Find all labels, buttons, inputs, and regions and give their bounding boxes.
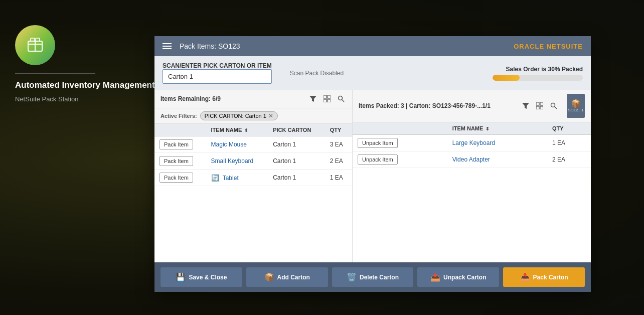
pack-icon: 📥 <box>520 272 530 282</box>
pack-btn-cell-3: Pack Item <box>154 170 206 186</box>
table-row: Unpack Item Large Keyboard 1 EA <box>353 135 591 151</box>
qty-cell-1: 3 EA <box>325 136 352 153</box>
table-row: Pack Item Magic Mouse Carton 1 3 EA <box>154 136 352 153</box>
svg-marker-5 <box>309 96 316 102</box>
item-link-small-keyboard[interactable]: Small Keyboard <box>211 158 254 165</box>
filter-icon-right[interactable] <box>521 101 531 111</box>
packed-item-name-cell-2: Video Adapter <box>447 151 547 168</box>
progress-area: Sales Order is 30% Packed <box>493 66 583 81</box>
unpack-carton-label: Unpack Carton <box>443 274 486 281</box>
add-carton-label: Add Carton <box>277 274 310 281</box>
carton-thumb-label: SO12...1 <box>568 108 584 113</box>
item-link-tablet[interactable]: Tablet <box>223 175 239 182</box>
search-icon-left[interactable] <box>336 94 346 104</box>
col-item-name-right: ITEM NAME ⇕ <box>447 122 547 135</box>
col-qty-left: QTY <box>325 124 352 136</box>
tablet-icon: 🔄 <box>211 174 219 182</box>
unpack-item-button-1[interactable]: Unpack Item <box>358 138 398 148</box>
progress-label: Sales Order is 30% Packed <box>493 66 583 73</box>
right-table-scroll: ITEM NAME ⇕ QTY Unpack Item Large Keyboa… <box>353 122 591 262</box>
svg-point-17 <box>551 103 555 107</box>
packed-item-name-cell-1: Large Keyboard <box>447 135 547 151</box>
svg-rect-15 <box>536 106 539 109</box>
packed-qty-cell-1: 1 EA <box>547 135 591 151</box>
packed-qty-cell-2: 2 EA <box>547 151 591 168</box>
pick-carton-cell-3: Carton 1 <box>268 170 325 186</box>
filter-tag-text: PICK CARTON: Carton 1 <box>205 113 266 119</box>
content-area: Items Remaining: 6/9 Active <box>154 90 591 262</box>
svg-marker-12 <box>522 103 529 109</box>
search-icon-right[interactable] <box>549 101 559 111</box>
svg-rect-7 <box>328 95 331 98</box>
item-name-cell-3: 🔄 Tablet <box>206 170 268 186</box>
col-qty-right: QTY <box>547 122 591 135</box>
delete-carton-label: Delete Carton <box>360 274 399 281</box>
pack-carton-button[interactable]: 📥 Pack Carton <box>503 267 585 287</box>
left-table-scroll: ITEM NAME ⇕ PICK CARTON QTY Pack Item Ma… <box>154 124 352 262</box>
add-carton-button[interactable]: 📦 Add Carton <box>246 267 328 287</box>
svg-line-11 <box>342 100 345 102</box>
unpack-btn-cell-1: Unpack Item <box>353 135 447 151</box>
svg-rect-14 <box>540 102 543 105</box>
unpack-carton-button[interactable]: 📤 Unpack Carton <box>417 267 499 287</box>
active-filters-bar: Active Filters: PICK CARTON: Carton 1 ✕ <box>154 108 352 124</box>
filter-tag: PICK CARTON: Carton 1 ✕ <box>200 111 278 120</box>
table-row: Unpack Item Video Adapter 2 EA <box>353 151 591 168</box>
app-subtitle: NetSuite Pack Station <box>15 95 155 104</box>
delete-carton-button[interactable]: 🗑️ Delete Carton <box>332 267 414 287</box>
col-pick-carton: PICK CARTON <box>268 124 325 136</box>
sidebar: Automated Inventory Management NetSuite … <box>15 25 155 104</box>
col-item-name-left: ITEM NAME ⇕ <box>206 124 268 136</box>
logo-divider <box>15 73 95 74</box>
unpack-item-button-2[interactable]: Unpack Item <box>358 154 398 165</box>
grid-icon[interactable] <box>322 94 332 104</box>
left-panel-title: Items Remaining: 6/9 <box>160 95 304 102</box>
save-close-button[interactable]: 💾 Save & Close <box>160 267 242 287</box>
filter-tag-close[interactable]: ✕ <box>268 113 273 119</box>
modal-title: Pack Items: SO123 <box>180 42 506 50</box>
item-link-large-keyboard[interactable]: Large Keyboard <box>452 139 495 146</box>
progress-bar-background <box>493 75 583 81</box>
pick-carton-cell-1: Carton 1 <box>268 136 325 153</box>
netsuite-text: NETSUITE <box>547 43 583 50</box>
svg-rect-6 <box>324 95 327 98</box>
left-panel-toolbar: Items Remaining: 6/9 <box>154 90 352 108</box>
save-icon: 💾 <box>176 272 186 282</box>
unpack-icon: 📤 <box>430 272 440 282</box>
item-link-video-adapter[interactable]: Video Adapter <box>452 156 490 163</box>
save-close-label: Save & Close <box>189 274 227 281</box>
carton-thumb-icon: 📦 <box>571 99 581 108</box>
item-name-cell-1: Magic Mouse <box>206 136 268 153</box>
pack-item-button-1[interactable]: Pack Item <box>159 139 193 149</box>
app-logo <box>15 25 55 65</box>
unpack-btn-cell-2: Unpack Item <box>353 151 447 168</box>
main-modal: Pack Items: SO123 ORACLE NETSUITE SCAN/E… <box>154 36 591 292</box>
svg-point-10 <box>339 96 343 100</box>
svg-rect-13 <box>536 102 539 105</box>
filter-icon[interactable] <box>308 94 318 104</box>
hamburger-menu[interactable] <box>163 43 172 49</box>
scan-input[interactable] <box>163 69 272 84</box>
carton-thumbnail[interactable]: 📦 SO12...1 <box>567 94 585 118</box>
pack-btn-cell-1: Pack Item <box>154 136 206 153</box>
filter-label: Active Filters: <box>160 113 197 119</box>
item-link-magic-mouse[interactable]: Magic Mouse <box>211 141 247 148</box>
modal-footer: 💾 Save & Close 📦 Add Carton 🗑️ Delete Ca… <box>154 262 591 292</box>
pack-carton-label: Pack Carton <box>533 274 568 281</box>
progress-bar-fill <box>493 75 520 81</box>
left-table: ITEM NAME ⇕ PICK CARTON QTY Pack Item Ma… <box>154 124 352 186</box>
right-table: ITEM NAME ⇕ QTY Unpack Item Large Keyboa… <box>353 122 591 168</box>
oracle-logo: ORACLE NETSUITE <box>514 43 583 50</box>
pick-carton-cell-2: Carton 1 <box>268 153 325 170</box>
col-action-right <box>353 122 447 135</box>
pack-item-button-3[interactable]: Pack Item <box>159 173 193 183</box>
svg-rect-9 <box>328 99 331 102</box>
pack-item-button-2[interactable]: Pack Item <box>159 156 193 166</box>
svg-line-18 <box>555 107 557 109</box>
left-panel: Items Remaining: 6/9 Active <box>154 90 353 262</box>
pack-btn-cell-2: Pack Item <box>154 153 206 170</box>
right-panel-toolbar: Items Packed: 3 | Carton: SO123-456-789-… <box>353 90 591 122</box>
table-row: Pack Item 🔄 Tablet Carton 1 1 EA <box>154 170 352 186</box>
add-icon: 📦 <box>264 272 274 282</box>
grid-icon-right[interactable] <box>535 101 545 111</box>
